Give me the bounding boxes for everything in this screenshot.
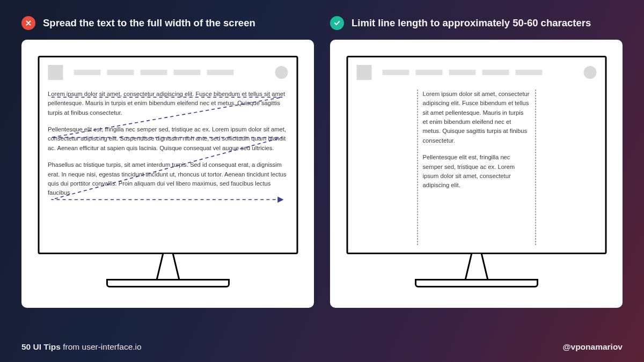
logo-placeholder (356, 65, 371, 80)
logo-placeholder (48, 65, 63, 80)
nav-item (449, 70, 475, 75)
footer: 50 UI Tips from user-interface.io @vpona… (0, 332, 644, 362)
bad-monitor: Lorem ipsum dolor sit amet, consectetur … (38, 56, 298, 254)
good-column: Limit line length to approximately 50-60… (330, 16, 623, 308)
paragraph: Pellentesque elit est, fringilla nec sem… (423, 153, 530, 190)
good-header: Limit line length to approximately 50-60… (330, 16, 623, 30)
nav-item (415, 70, 442, 75)
nav-item (207, 70, 233, 75)
monitor-stand (415, 253, 538, 287)
nav-item (173, 70, 200, 75)
wireframe-topbar (48, 65, 288, 80)
stand-neck-icon (149, 253, 187, 280)
nav-placeholder (382, 70, 578, 75)
paragraph: Lorem ipsum dolor sit amet, consectetur … (48, 90, 288, 117)
cross-icon (21, 16, 35, 30)
nav-placeholder (74, 70, 269, 75)
nav-item (140, 70, 167, 75)
bad-column: Spread the text to the full width of the… (21, 16, 314, 308)
narrow-text-wrap: Lorem ipsum dolor sit amet, consectetur … (356, 90, 596, 245)
right-guide-line (536, 90, 536, 245)
paragraph: Lorem ipsum dolor sit amet, consectetur … (423, 90, 530, 145)
bad-header: Spread the text to the full width of the… (21, 16, 314, 30)
bad-card: Lorem ipsum dolor sit amet, consectetur … (21, 40, 314, 308)
stand-base (106, 279, 230, 287)
avatar-placeholder (275, 66, 288, 79)
bad-heading: Spread the text to the full width of the… (43, 17, 255, 29)
paragraph: Pellentesque elit est, fringilla nec sem… (48, 125, 288, 153)
nav-item (107, 70, 134, 75)
nav-item (515, 70, 542, 75)
good-monitor: Lorem ipsum dolor sit amet, consectetur … (346, 56, 606, 254)
stand-base (415, 279, 538, 287)
check-icon (330, 16, 344, 30)
left-guide-line (418, 90, 418, 245)
good-card: Lorem ipsum dolor sit amet, consectetur … (330, 40, 623, 308)
series-from: from user-interface.io (61, 342, 142, 351)
nav-item (482, 70, 509, 75)
footer-handle: @vponamariov (562, 342, 623, 352)
wireframe-topbar (356, 65, 596, 80)
good-heading: Limit line length to approximately 50-60… (352, 17, 591, 29)
panels-row: Spread the text to the full width of the… (0, 0, 644, 308)
series-title: 50 UI Tips (21, 342, 61, 351)
paragraph: Phasellus ac tristique turpis, sit amet … (48, 160, 288, 197)
nav-item (74, 70, 100, 75)
avatar-placeholder (583, 66, 596, 79)
bad-screen: Lorem ipsum dolor sit amet, consectetur … (38, 56, 298, 254)
stand-neck-icon (458, 253, 495, 280)
infographic-root: Spread the text to the full width of the… (0, 0, 644, 362)
wide-text-body: Lorem ipsum dolor sit amet, consectetur … (48, 90, 288, 198)
monitor-stand (106, 253, 230, 287)
good-screen: Lorem ipsum dolor sit amet, consectetur … (346, 56, 606, 254)
nav-item (382, 70, 409, 75)
footer-source: 50 UI Tips from user-interface.io (21, 342, 142, 352)
narrow-text-body: Lorem ipsum dolor sit amet, consectetur … (418, 90, 536, 245)
